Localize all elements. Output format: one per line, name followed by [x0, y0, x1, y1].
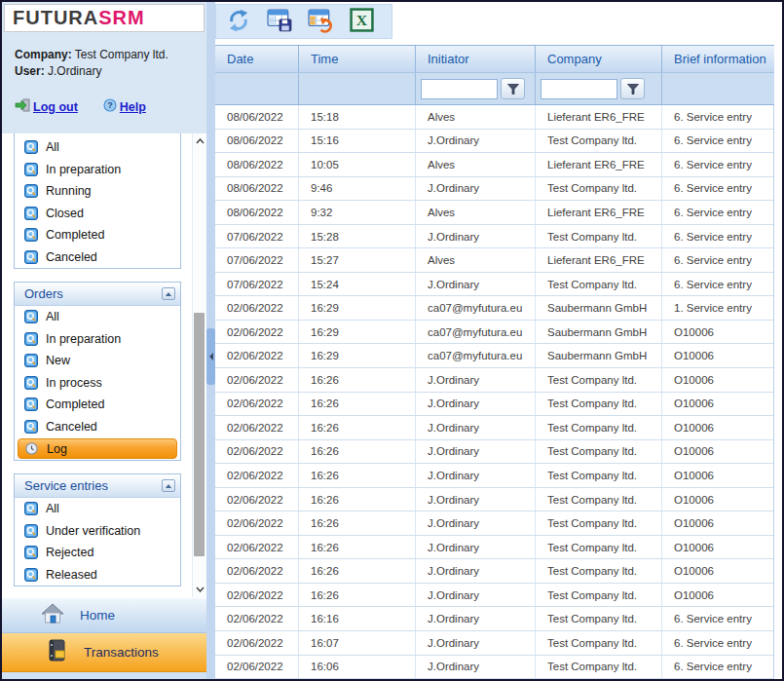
table-row[interactable]: 02/06/202216:06J.OrdinaryTest Company lt…	[215, 656, 773, 679]
table-row[interactable]: 08/06/20229:32AlvesLieferant ER6_FRE6. S…	[215, 201, 773, 225]
magnifier-icon	[24, 310, 38, 323]
export-excel-button[interactable]: X	[347, 7, 376, 36]
chevron-left-icon	[209, 353, 213, 360]
column-header-time[interactable]: Time	[299, 46, 416, 72]
cell-date: 02/06/2022	[215, 656, 299, 679]
cell-brief: 6. Service entry	[662, 273, 773, 296]
cell-initiator: J.Ordinary	[416, 440, 536, 464]
scroll-down-button[interactable]	[193, 582, 207, 597]
initiator-filter-button[interactable]	[501, 78, 525, 99]
table-row[interactable]: 02/06/202216:26J.OrdinaryTest Company lt…	[215, 416, 773, 440]
cell-initiator: J.Ordinary	[416, 368, 536, 392]
save-grid-layout-button[interactable]	[265, 7, 294, 36]
sidebar-item-in-preparation[interactable]: In preparation	[15, 159, 180, 181]
help-link[interactable]: ? Help	[103, 98, 146, 115]
sidebar-group: AllIn preparationRunningClosedCompletedC…	[14, 133, 181, 269]
sidebar-group: OrdersAllIn preparationNewIn processComp…	[14, 282, 181, 461]
sidebar-item-completed[interactable]: Completed	[15, 224, 180, 246]
company-value: Test Company ltd.	[75, 48, 168, 61]
table-row[interactable]: 07/06/202215:28J.OrdinaryTest Company lt…	[215, 225, 773, 249]
table-row[interactable]: 02/06/202216:26J.OrdinaryTest Company lt…	[215, 559, 773, 584]
nav-home[interactable]: Home	[2, 597, 206, 633]
table-row[interactable]: 02/06/202216:26J.OrdinaryTest Company lt…	[215, 368, 773, 393]
scrollbar-thumb[interactable]	[194, 313, 205, 556]
table-row[interactable]: 07/06/202215:27AlvesLieferant ER6_FRE6. …	[215, 248, 773, 273]
cell-time: 16:26	[299, 488, 416, 511]
sidebar-item-all[interactable]: All	[15, 498, 180, 520]
sidebar-item-released[interactable]: Released	[15, 564, 180, 586]
cell-initiator: J.Ordinary	[416, 416, 536, 439]
cell-date: 07/06/2022	[215, 273, 299, 296]
sidebar-item-closed[interactable]: Closed	[15, 203, 180, 225]
sidebar-item-all[interactable]: All	[15, 306, 180, 328]
sidebar-item-rejected[interactable]: Rejected	[15, 542, 180, 564]
sidebar-item-log[interactable]: Log	[18, 438, 177, 459]
sidebar-scrollbar[interactable]	[192, 133, 206, 597]
cell-company: Test Company ltd.	[536, 488, 662, 511]
cell-company: Test Company ltd.	[536, 273, 662, 296]
table-row[interactable]: 02/06/202216:29ca07@myfutura.euSauberman…	[215, 296, 773, 321]
sidebar-item-under-verification[interactable]: Under verification	[15, 520, 180, 543]
company-filter-input[interactable]	[541, 79, 617, 99]
nav-transactions[interactable]: Transactions	[2, 633, 206, 672]
cell-company: Lieferant ER6_FRE	[536, 105, 662, 129]
cell-time: 10:05	[299, 153, 416, 176]
cell-time: 16:26	[299, 559, 416, 583]
scrollbar-track[interactable]	[193, 149, 207, 582]
cell-initiator: J.Ordinary	[416, 393, 536, 416]
sidebar-item-in-process[interactable]: In process	[15, 372, 180, 395]
table-row[interactable]: 02/06/202216:26J.OrdinaryTest Company lt…	[215, 511, 773, 536]
sidebar-item-completed[interactable]: Completed	[15, 394, 180, 416]
logout-icon	[15, 98, 30, 115]
table-row[interactable]: 08/06/202215:16J.OrdinaryTest Company lt…	[215, 130, 773, 154]
table-row[interactable]: 02/06/202216:26J.OrdinaryTest Company lt…	[215, 488, 773, 512]
table-row[interactable]: 02/06/202216:16J.OrdinaryTest Company lt…	[215, 607, 773, 631]
collapse-button[interactable]	[162, 479, 175, 492]
magnifier-icon	[24, 163, 38, 176]
table-row[interactable]: 08/06/20229:46J.OrdinaryTest Company ltd…	[215, 177, 773, 202]
nav-transactions-label: Transactions	[84, 645, 159, 660]
column-header-initiator[interactable]: Initiator	[416, 46, 536, 72]
collapse-sidebar-handle[interactable]	[206, 328, 215, 385]
cell-company: Test Company ltd.	[536, 130, 662, 153]
sidebar-item-new[interactable]: New	[15, 350, 180, 372]
table-row[interactable]: 02/06/202216:26J.OrdinaryTest Company lt…	[215, 536, 773, 560]
table-row[interactable]: 02/06/202216:26J.OrdinaryTest Company lt…	[215, 393, 773, 417]
column-header-company[interactable]: Company	[536, 46, 662, 72]
sidebar-item-in-preparation[interactable]: In preparation	[15, 328, 180, 351]
sidebar-item-all[interactable]: All	[15, 136, 180, 159]
table-row[interactable]: 02/06/202216:26J.OrdinaryTest Company lt…	[215, 464, 773, 488]
sidebar-item-canceled[interactable]: Canceled	[15, 416, 180, 438]
sidebar-scroll-region: AllIn preparationRunningClosedCompletedC…	[2, 133, 206, 597]
table-row[interactable]: 02/06/202216:29ca07@myfutura.euSauberman…	[215, 344, 773, 368]
column-header-brief[interactable]: Brief information	[662, 46, 774, 72]
refresh-icon	[226, 8, 251, 36]
company-filter-button[interactable]	[620, 78, 645, 99]
table-row[interactable]: 02/06/202216:07J.OrdinaryTest Company lt…	[215, 631, 773, 656]
table-row[interactable]: 08/06/202215:18AlvesLieferant ER6_FRE6. …	[215, 105, 773, 130]
table-row[interactable]: 08/06/202210:05AlvesLieferant ER6_FRE6. …	[215, 153, 773, 177]
logout-link[interactable]: Log out	[15, 98, 78, 115]
user-value: J.Ordinary	[48, 64, 101, 78]
reset-grid-layout-button[interactable]	[306, 7, 335, 36]
cell-company: Test Company ltd.	[536, 368, 662, 392]
sidebar-item-canceled[interactable]: Canceled	[15, 246, 180, 269]
initiator-filter-input[interactable]	[421, 79, 498, 99]
sidebar-item-running[interactable]: Running	[15, 180, 180, 203]
clock-icon	[25, 442, 39, 456]
table-row[interactable]: 02/06/202216:26J.OrdinaryTest Company lt…	[215, 440, 773, 465]
table-row[interactable]: 02/06/202216:26J.OrdinaryTest Company lt…	[215, 584, 773, 608]
refresh-button[interactable]	[224, 7, 253, 36]
collapse-button[interactable]	[162, 287, 175, 300]
app-window: FUTURA SRM Company: Test Company ltd. Us…	[0, 0, 784, 681]
column-header-date[interactable]: Date	[215, 46, 299, 72]
scroll-up-button[interactable]	[193, 133, 207, 149]
funnel-icon	[627, 84, 639, 95]
sidebar-item-label: Released	[46, 568, 97, 582]
cell-date: 02/06/2022	[215, 344, 299, 367]
table-row[interactable]: 02/06/202216:29ca07@myfutura.euSauberman…	[215, 321, 773, 345]
cell-brief: 6. Service entry	[662, 225, 773, 248]
cell-date: 02/06/2022	[215, 296, 299, 320]
table-row[interactable]: 07/06/202215:24J.OrdinaryTest Company lt…	[215, 273, 773, 297]
cell-date: 02/06/2022	[215, 464, 299, 487]
